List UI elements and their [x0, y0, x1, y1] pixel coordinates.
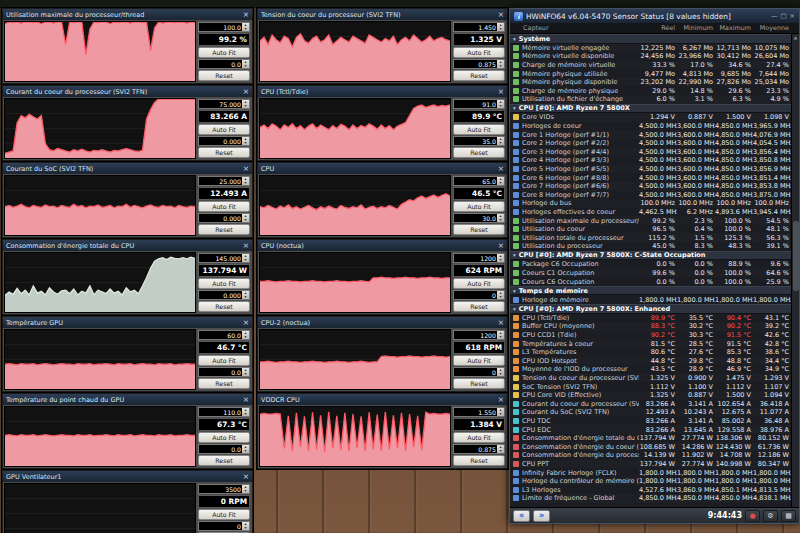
sensor-row[interactable]: Mémoire virtuelle disponible 24,456 Mo 2… [510, 52, 791, 61]
graph-window-titlebar[interactable]: Température du point chaud du GPU × [3, 394, 252, 405]
reset-button[interactable]: Reset [198, 147, 250, 158]
spinner-arrows-icon[interactable]: ▴▾ [497, 368, 504, 376]
sensor-row[interactable]: Horloge du bus 100.0 MHz 100.0 MHz 100.0… [510, 199, 791, 208]
scale-min-input[interactable]: 35.0 ▴▾ [453, 136, 505, 146]
close-icon[interactable]: × [243, 242, 249, 249]
scale-min-input[interactable]: 0.000 ▴▾ [198, 290, 250, 300]
spinner-arrows-icon[interactable]: ▴▾ [242, 137, 249, 145]
sensor-row[interactable]: Coeurs C6 Occupation 0.0 % 0.0 % 100.0 %… [510, 277, 791, 286]
spinner-arrows-icon[interactable]: ▴▾ [497, 331, 504, 339]
record-icon[interactable]: ● [745, 510, 760, 522]
sensor-row[interactable]: Utilisation du fichier d'échange 6.0 % 3… [510, 95, 791, 104]
scale-min-input[interactable]: 0.0 ▴▾ [198, 444, 250, 454]
spinner-arrows-icon[interactable]: ▴▾ [497, 254, 504, 262]
sensor-row[interactable]: Infinity Fabric Horloge (FCLK) 1,800.0 M… [510, 468, 791, 477]
spinner-arrows-icon[interactable]: ▴▾ [242, 368, 249, 376]
graph-window-titlebar[interactable]: Utilisation maximale du processeur/threa… [3, 9, 252, 20]
scale-max-input[interactable]: 25.000 ▴▾ [198, 176, 250, 186]
reset-button[interactable]: Reset [198, 224, 250, 235]
sensor-row[interactable]: Consommation d'énergie du coeur (SVI2 TF… [510, 442, 791, 451]
sensor-row[interactable]: Courant du coeur du processeur (SVI2 TFN… [510, 399, 791, 408]
autofit-button[interactable]: Auto Fit [198, 355, 250, 366]
scale-min-input[interactable]: 0 ▴▾ [198, 521, 250, 531]
sensor-row[interactable]: L3 Températures 80.6 °C 27.6 °C 85.3 °C … [510, 348, 791, 357]
prev-page-button[interactable]: « [513, 510, 530, 522]
sensor-row[interactable]: Core 1 Horloge (perf #1/1) 4,500.0 MHz 3… [510, 130, 791, 139]
reset-button[interactable]: Reset [453, 378, 505, 389]
sensor-row[interactable]: Horloge du contrôleur de mémoire (UCLK) … [510, 477, 791, 486]
sensor-row[interactable]: Mémoire physique utilisée 9,477 Mo 4,813… [510, 69, 791, 78]
scale-max-input[interactable]: 145.000 ▴▾ [198, 253, 250, 263]
next-page-button[interactable]: » [533, 510, 550, 522]
scale-min-input[interactable]: 0.000 ▴▾ [198, 213, 250, 223]
close-icon[interactable]: × [243, 165, 249, 172]
autofit-button[interactable]: Auto Fit [198, 124, 250, 135]
close-icon[interactable]: × [498, 88, 504, 95]
sensor-row[interactable]: L3 Horloges 4,527.6 MHz 3,860.9 MHz 4,85… [510, 485, 791, 494]
scale-max-input[interactable]: 65.0 ▴▾ [453, 176, 505, 186]
close-icon[interactable]: × [498, 165, 504, 172]
reset-button[interactable]: Reset [453, 301, 505, 312]
spinner-arrows-icon[interactable]: ▴▾ [497, 291, 504, 299]
spinner-arrows-icon[interactable]: ▴▾ [497, 60, 504, 68]
spinner-arrows-icon[interactable]: ▴▾ [242, 291, 249, 299]
graph-window-titlebar[interactable]: Consommation d'énergie totale du CPU × [3, 240, 252, 251]
graph-window-titlebar[interactable]: CPU × [258, 163, 507, 174]
sensor-row[interactable]: CPU PPT 137.794 W 27.774 W 140.998 W 80.… [510, 460, 791, 469]
column-header-moyenne[interactable]: Moyenne [753, 24, 791, 32]
graph-window-titlebar[interactable]: Courant du SoC (SVI2 TFN) × [3, 163, 252, 174]
spinner-arrows-icon[interactable]: ▴▾ [242, 254, 249, 262]
autofit-button[interactable]: Auto Fit [198, 278, 250, 289]
reset-button[interactable]: Reset [453, 224, 505, 235]
sensor-row[interactable]: Utilisation du coeur 96.5 % 0.4 % 100.0 … [510, 225, 791, 234]
spinner-arrows-icon[interactable]: ▴▾ [242, 485, 249, 493]
spinner-arrows-icon[interactable]: ▴▾ [497, 137, 504, 145]
sensor-row[interactable]: Buffer CPU (moyenne) 88.3 °C 30.2 °C 90.… [510, 322, 791, 331]
sensor-row[interactable]: Charge de mémoire physique 29.0 % 14.8 %… [510, 86, 791, 95]
sensor-window-titlebar[interactable]: i HWiNFO64 v6.04-5470 Sensor Status [8 v… [510, 9, 799, 23]
autofit-button[interactable]: Auto Fit [453, 278, 505, 289]
sensor-row[interactable]: Horloges effectives de coeur 4,462.5 MHz… [510, 208, 791, 217]
sensor-row[interactable]: Consommation d'énergie du processeur SoC… [510, 451, 791, 460]
sensor-row[interactable]: CPU IOD Hotspot 44.8 °C 29.8 °C 48.8 °C … [510, 357, 791, 366]
sensor-row[interactable]: Core 6 Horloge (perf #8/8) 4,500.0 MHz 3… [510, 173, 791, 182]
spinner-arrows-icon[interactable]: ▴▾ [242, 214, 249, 222]
reset-button[interactable]: Reset [453, 70, 505, 81]
sensor-row[interactable]: Coeurs C1 Occupation 99.6 % 0.0 % 100.0 … [510, 269, 791, 278]
scroll-up-icon[interactable]: ▲ [794, 34, 797, 41]
sensor-section-header[interactable]: ▾ Système [510, 34, 791, 44]
reset-button[interactable]: Reset [198, 301, 250, 312]
graph-window-titlebar[interactable]: GPU Ventilateur1 × [3, 471, 252, 482]
scale-min-input[interactable]: 0.875 ▴▾ [453, 444, 505, 454]
graph-window-titlebar[interactable]: CPU-2 (noctua) × [258, 317, 507, 328]
spinner-arrows-icon[interactable]: ▴▾ [497, 177, 504, 185]
maximize-button[interactable]: □ [780, 12, 786, 20]
spinner-arrows-icon[interactable]: ▴▾ [242, 522, 249, 530]
close-icon[interactable]: × [498, 396, 504, 403]
scale-max-input[interactable]: 1200 ▴▾ [453, 253, 505, 263]
autofit-button[interactable]: Auto Fit [453, 201, 505, 212]
sensor-row[interactable]: Core 4 Horloge (perf #3/3) 4,500.0 MHz 3… [510, 156, 791, 165]
graph-window-titlebar[interactable]: CPU (Tctl/Tdie) × [258, 86, 507, 97]
spinner-arrows-icon[interactable]: ▴▾ [242, 445, 249, 453]
close-icon[interactable]: × [243, 396, 249, 403]
close-icon[interactable]: × [498, 319, 504, 326]
close-icon[interactable]: × [243, 473, 249, 480]
autofit-button[interactable]: Auto Fit [198, 201, 250, 212]
sensor-row[interactable]: CPU CCD1 (Tdie) 90.2 °C 30.3 °C 91.5 °C … [510, 331, 791, 340]
scale-min-input[interactable]: 0.0 ▴▾ [198, 367, 250, 377]
scale-max-input[interactable]: 60.0 ▴▾ [198, 330, 250, 340]
reset-button[interactable]: Reset [198, 378, 250, 389]
sensor-row[interactable]: Core 7 Horloge (perf #6/6) 4,500.0 MHz 3… [510, 182, 791, 191]
sensor-row[interactable]: Mémoire virtuelle engagée 12,225 Mo 6,26… [510, 44, 791, 53]
close-button[interactable]: × [790, 12, 795, 20]
sensor-row[interactable]: Core VIDs 1.294 V 0.887 V 1.500 V 1.098 … [510, 113, 791, 122]
autofit-button[interactable]: Auto Fit [453, 47, 505, 58]
sensor-section-header[interactable]: ▾ CPU [#0]: AMD Ryzen 7 5800X: C-State O… [510, 251, 791, 261]
graph-window-titlebar[interactable]: CPU (noctua) × [258, 240, 507, 251]
spinner-arrows-icon[interactable]: ▴▾ [497, 23, 504, 31]
spinner-arrows-icon[interactable]: ▴▾ [242, 100, 249, 108]
scrollbar[interactable]: ▲ [791, 34, 799, 507]
close-icon[interactable]: × [243, 88, 249, 95]
scale-min-input[interactable]: 0 ▴▾ [453, 367, 505, 377]
